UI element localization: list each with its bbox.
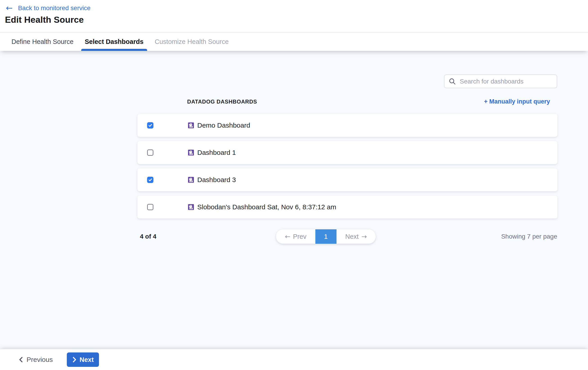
wizard-footer: Previous Next xyxy=(0,349,588,370)
row-checkbox[interactable] xyxy=(147,149,153,156)
back-arrow-icon[interactable]: ← xyxy=(6,4,13,12)
datadog-logo-icon xyxy=(188,177,194,183)
dashboard-name: Dashboard 3 xyxy=(197,176,236,184)
tab-customize-health-source[interactable]: Customize Health Source xyxy=(152,33,232,51)
row-content: Slobodan's Dashboard Sat, Nov 6, 8:37:12… xyxy=(188,203,336,211)
row-checkbox[interactable] xyxy=(147,122,153,129)
result-count: 4 of 4 xyxy=(140,233,156,240)
search-input[interactable] xyxy=(460,78,553,85)
manually-input-query-link[interactable]: + Manually input query xyxy=(484,98,550,105)
back-to-monitored-service-link[interactable]: Back to monitored service xyxy=(18,4,90,12)
prev-page-button[interactable]: ← Prev xyxy=(276,229,315,244)
prev-label: Prev xyxy=(293,233,307,240)
next-label: Next xyxy=(345,233,359,240)
dashboard-list: Demo Dashboard xyxy=(137,114,557,223)
datadog-logo-icon xyxy=(188,122,194,128)
page-number-button[interactable]: 1 xyxy=(315,229,336,244)
next-button-label: Next xyxy=(80,356,94,363)
arrow-left-icon: ← xyxy=(285,233,290,240)
dashboard-name: Demo Dashboard xyxy=(197,121,250,129)
check-icon xyxy=(148,178,153,182)
dashboard-row[interactable]: Dashboard 3 xyxy=(137,168,557,191)
wizard-tab-bar: Define Health Source Select Dashboards C… xyxy=(0,32,588,51)
previous-button[interactable]: Previous xyxy=(19,356,53,363)
per-page-label: Showing 7 per page xyxy=(501,233,557,240)
chevron-right-icon xyxy=(72,357,77,363)
search-icon xyxy=(449,78,456,85)
dashboard-row[interactable]: Slobodan's Dashboard Sat, Nov 6, 8:37:12… xyxy=(137,196,557,218)
datadog-logo-icon xyxy=(188,204,194,210)
arrow-right-icon: → xyxy=(361,233,367,240)
dashboard-row[interactable]: Demo Dashboard xyxy=(137,114,557,137)
row-checkbox[interactable] xyxy=(147,204,153,210)
pagination-bar: 4 of 4 ← Prev 1 Next → Showing 7 per pag… xyxy=(137,229,557,244)
chevron-left-icon xyxy=(19,357,23,363)
pagination-pill: ← Prev 1 Next → xyxy=(276,229,376,244)
tab-define-health-source[interactable]: Define Health Source xyxy=(8,33,77,51)
check-icon xyxy=(148,123,153,128)
row-checkbox[interactable] xyxy=(147,177,153,183)
datadog-logo-icon xyxy=(188,150,194,155)
dashboard-search-box[interactable] xyxy=(444,75,557,88)
tab-select-dashboards[interactable]: Select Dashboards xyxy=(82,33,147,51)
list-header-row: DATADOG DASHBOARDS + Manually input quer… xyxy=(0,97,588,107)
row-content: Demo Dashboard xyxy=(188,121,250,129)
previous-label: Previous xyxy=(27,356,53,363)
next-button[interactable]: Next xyxy=(67,352,99,367)
datadog-dashboards-column-header: DATADOG DASHBOARDS xyxy=(187,98,257,105)
row-content: Dashboard 1 xyxy=(188,149,236,156)
dashboard-name: Dashboard 1 xyxy=(197,149,236,156)
page-title: Edit Health Source xyxy=(0,15,588,25)
page-header: ← Back to monitored service Edit Health … xyxy=(0,0,588,32)
next-page-button[interactable]: Next → xyxy=(336,229,376,244)
dashboard-name: Slobodan's Dashboard Sat, Nov 6, 8:37:12… xyxy=(197,203,336,211)
main-content: DATADOG DASHBOARDS + Manually input quer… xyxy=(0,51,588,349)
row-content: Dashboard 3 xyxy=(188,176,236,184)
back-link-row[interactable]: ← Back to monitored service xyxy=(0,0,588,13)
edit-health-source-page: ← Back to monitored service Edit Health … xyxy=(0,0,588,370)
dashboard-row[interactable]: Dashboard 1 xyxy=(137,141,557,164)
